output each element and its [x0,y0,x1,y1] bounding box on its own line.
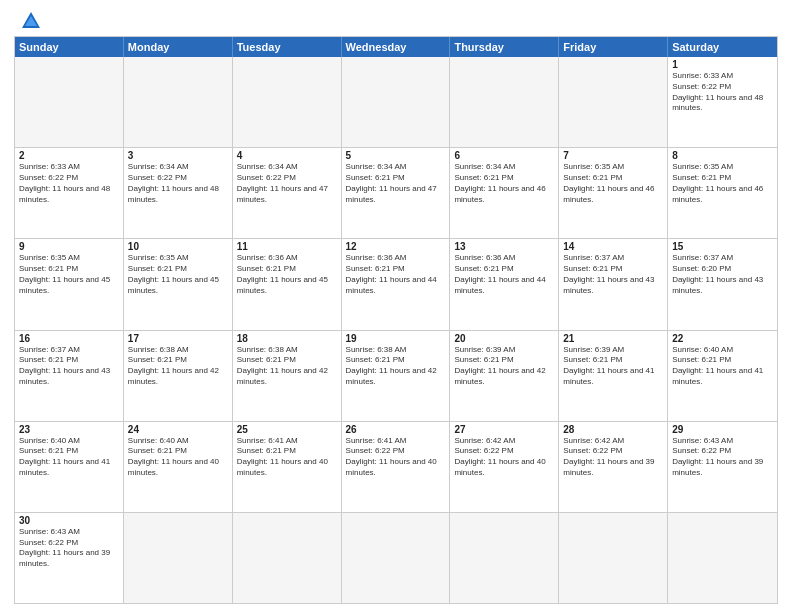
calendar-cell: 15Sunrise: 6:37 AM Sunset: 6:20 PM Dayli… [668,239,777,329]
calendar-cell [559,57,668,147]
day-info: Sunrise: 6:35 AM Sunset: 6:21 PM Dayligh… [19,253,119,296]
day-info: Sunrise: 6:33 AM Sunset: 6:22 PM Dayligh… [19,162,119,205]
day-number: 21 [563,333,663,344]
calendar-header-cell: Saturday [668,37,777,57]
calendar-cell [124,57,233,147]
day-info: Sunrise: 6:42 AM Sunset: 6:22 PM Dayligh… [563,436,663,479]
calendar-cell: 30Sunrise: 6:43 AM Sunset: 6:22 PM Dayli… [15,513,124,603]
day-info: Sunrise: 6:36 AM Sunset: 6:21 PM Dayligh… [237,253,337,296]
day-number: 7 [563,150,663,161]
day-number: 8 [672,150,773,161]
calendar-cell: 7Sunrise: 6:35 AM Sunset: 6:21 PM Daylig… [559,148,668,238]
calendar-header-cell: Wednesday [342,37,451,57]
day-number: 25 [237,424,337,435]
calendar-cell: 1Sunrise: 6:33 AM Sunset: 6:22 PM Daylig… [668,57,777,147]
day-number: 13 [454,241,554,252]
day-info: Sunrise: 6:39 AM Sunset: 6:21 PM Dayligh… [454,345,554,388]
calendar-cell: 29Sunrise: 6:43 AM Sunset: 6:22 PM Dayli… [668,422,777,512]
day-info: Sunrise: 6:40 AM Sunset: 6:21 PM Dayligh… [19,436,119,479]
day-info: Sunrise: 6:37 AM Sunset: 6:20 PM Dayligh… [672,253,773,296]
calendar-cell: 11Sunrise: 6:36 AM Sunset: 6:21 PM Dayli… [233,239,342,329]
day-info: Sunrise: 6:42 AM Sunset: 6:22 PM Dayligh… [454,436,554,479]
calendar-cell: 21Sunrise: 6:39 AM Sunset: 6:21 PM Dayli… [559,331,668,421]
page: SundayMondayTuesdayWednesdayThursdayFrid… [0,0,792,612]
calendar-cell: 13Sunrise: 6:36 AM Sunset: 6:21 PM Dayli… [450,239,559,329]
calendar: SundayMondayTuesdayWednesdayThursdayFrid… [14,36,778,604]
logo-icon [20,10,42,32]
calendar-header-cell: Thursday [450,37,559,57]
day-number: 28 [563,424,663,435]
day-number: 30 [19,515,119,526]
day-info: Sunrise: 6:39 AM Sunset: 6:21 PM Dayligh… [563,345,663,388]
calendar-body: 1Sunrise: 6:33 AM Sunset: 6:22 PM Daylig… [15,57,777,603]
calendar-header-cell: Friday [559,37,668,57]
logo [14,10,42,32]
day-info: Sunrise: 6:34 AM Sunset: 6:22 PM Dayligh… [237,162,337,205]
day-info: Sunrise: 6:38 AM Sunset: 6:21 PM Dayligh… [128,345,228,388]
calendar-cell [124,513,233,603]
day-number: 10 [128,241,228,252]
calendar-row: 30Sunrise: 6:43 AM Sunset: 6:22 PM Dayli… [15,512,777,603]
day-number: 14 [563,241,663,252]
calendar-cell: 3Sunrise: 6:34 AM Sunset: 6:22 PM Daylig… [124,148,233,238]
day-info: Sunrise: 6:36 AM Sunset: 6:21 PM Dayligh… [346,253,446,296]
calendar-row: 23Sunrise: 6:40 AM Sunset: 6:21 PM Dayli… [15,421,777,512]
calendar-cell [450,513,559,603]
day-info: Sunrise: 6:35 AM Sunset: 6:21 PM Dayligh… [672,162,773,205]
day-number: 27 [454,424,554,435]
day-number: 3 [128,150,228,161]
day-info: Sunrise: 6:40 AM Sunset: 6:21 PM Dayligh… [128,436,228,479]
calendar-cell: 25Sunrise: 6:41 AM Sunset: 6:21 PM Dayli… [233,422,342,512]
day-number: 11 [237,241,337,252]
calendar-cell: 19Sunrise: 6:38 AM Sunset: 6:21 PM Dayli… [342,331,451,421]
calendar-cell: 17Sunrise: 6:38 AM Sunset: 6:21 PM Dayli… [124,331,233,421]
day-number: 9 [19,241,119,252]
day-number: 2 [19,150,119,161]
day-number: 29 [672,424,773,435]
calendar-cell: 27Sunrise: 6:42 AM Sunset: 6:22 PM Dayli… [450,422,559,512]
day-info: Sunrise: 6:43 AM Sunset: 6:22 PM Dayligh… [672,436,773,479]
day-number: 20 [454,333,554,344]
calendar-cell: 16Sunrise: 6:37 AM Sunset: 6:21 PM Dayli… [15,331,124,421]
logo-area [14,10,42,32]
header [14,10,778,32]
day-number: 15 [672,241,773,252]
calendar-header-cell: Monday [124,37,233,57]
day-number: 26 [346,424,446,435]
day-info: Sunrise: 6:36 AM Sunset: 6:21 PM Dayligh… [454,253,554,296]
calendar-cell [559,513,668,603]
calendar-cell: 12Sunrise: 6:36 AM Sunset: 6:21 PM Dayli… [342,239,451,329]
calendar-cell: 20Sunrise: 6:39 AM Sunset: 6:21 PM Dayli… [450,331,559,421]
calendar-cell [668,513,777,603]
calendar-cell: 10Sunrise: 6:35 AM Sunset: 6:21 PM Dayli… [124,239,233,329]
day-info: Sunrise: 6:37 AM Sunset: 6:21 PM Dayligh… [19,345,119,388]
calendar-cell: 4Sunrise: 6:34 AM Sunset: 6:22 PM Daylig… [233,148,342,238]
calendar-cell: 6Sunrise: 6:34 AM Sunset: 6:21 PM Daylig… [450,148,559,238]
day-info: Sunrise: 6:33 AM Sunset: 6:22 PM Dayligh… [672,71,773,114]
day-info: Sunrise: 6:38 AM Sunset: 6:21 PM Dayligh… [237,345,337,388]
calendar-row: 9Sunrise: 6:35 AM Sunset: 6:21 PM Daylig… [15,238,777,329]
calendar-header: SundayMondayTuesdayWednesdayThursdayFrid… [15,37,777,57]
calendar-cell [233,513,342,603]
day-number: 19 [346,333,446,344]
calendar-cell [342,57,451,147]
day-number: 12 [346,241,446,252]
day-number: 6 [454,150,554,161]
calendar-cell: 22Sunrise: 6:40 AM Sunset: 6:21 PM Dayli… [668,331,777,421]
day-info: Sunrise: 6:34 AM Sunset: 6:21 PM Dayligh… [454,162,554,205]
day-info: Sunrise: 6:34 AM Sunset: 6:22 PM Dayligh… [128,162,228,205]
day-info: Sunrise: 6:35 AM Sunset: 6:21 PM Dayligh… [563,162,663,205]
day-number: 17 [128,333,228,344]
day-info: Sunrise: 6:34 AM Sunset: 6:21 PM Dayligh… [346,162,446,205]
day-number: 16 [19,333,119,344]
calendar-header-cell: Tuesday [233,37,342,57]
calendar-row: 16Sunrise: 6:37 AM Sunset: 6:21 PM Dayli… [15,330,777,421]
day-number: 18 [237,333,337,344]
day-info: Sunrise: 6:38 AM Sunset: 6:21 PM Dayligh… [346,345,446,388]
calendar-cell: 9Sunrise: 6:35 AM Sunset: 6:21 PM Daylig… [15,239,124,329]
calendar-cell: 28Sunrise: 6:42 AM Sunset: 6:22 PM Dayli… [559,422,668,512]
calendar-cell: 8Sunrise: 6:35 AM Sunset: 6:21 PM Daylig… [668,148,777,238]
calendar-row: 2Sunrise: 6:33 AM Sunset: 6:22 PM Daylig… [15,147,777,238]
day-info: Sunrise: 6:35 AM Sunset: 6:21 PM Dayligh… [128,253,228,296]
calendar-cell [233,57,342,147]
